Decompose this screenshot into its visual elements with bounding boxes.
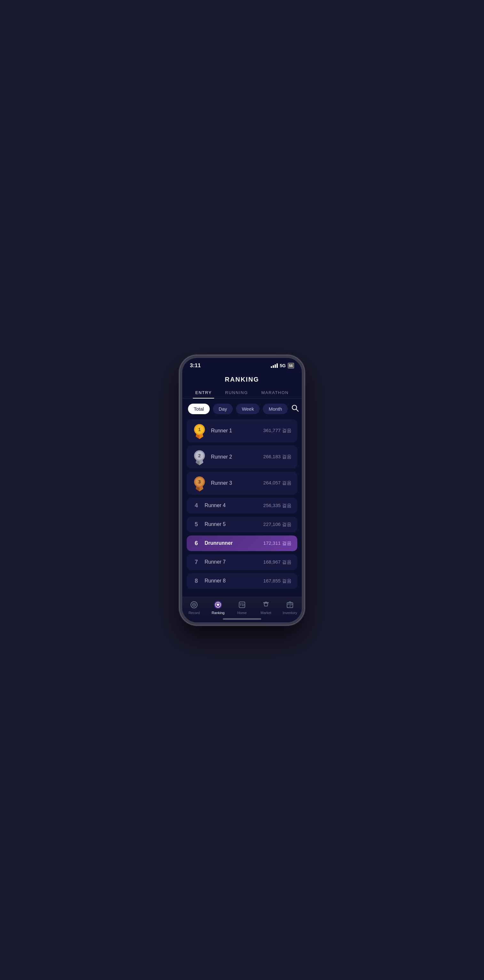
- runner-steps-5: 227,106 걸음: [264, 522, 292, 528]
- filter-total[interactable]: Total: [188, 404, 210, 414]
- runner-name-6: Drunrunner: [204, 540, 259, 546]
- home-bar: [223, 618, 261, 620]
- status-time: 3:11: [190, 363, 201, 369]
- tab-marathon[interactable]: MARATHON: [259, 387, 291, 398]
- phone-frame: 3:11 5G 56 RANKING ENTRY RUNN: [180, 355, 304, 625]
- nav-item-record[interactable]: Record: [182, 600, 206, 615]
- inventory-icon: [286, 600, 294, 609]
- svg-text:TD: TD: [240, 603, 244, 607]
- ranking-item-5: 5 Runner 5 227,106 걸음: [187, 517, 297, 532]
- search-button[interactable]: [291, 404, 299, 414]
- rank-number-6: 6: [192, 540, 200, 547]
- filter-week[interactable]: Week: [236, 404, 260, 414]
- runner-name-4: Runner 4: [204, 503, 259, 508]
- rank-number-8: 8: [192, 578, 200, 584]
- tab-running[interactable]: RUNNING: [222, 387, 250, 398]
- rank-number-5: 5: [192, 521, 200, 528]
- record-icon: [190, 600, 198, 609]
- runner-name-3: Runner 3: [211, 480, 259, 486]
- svg-text:1: 1: [198, 427, 201, 432]
- rank-number-7: 7: [192, 559, 200, 566]
- runner-name-8: Runner 8: [204, 578, 259, 584]
- rank-number-4: 4: [192, 502, 200, 509]
- medal-bronze-icon: 3: [192, 476, 206, 490]
- runner-name-2: Runner 2: [211, 454, 259, 460]
- svg-text:2: 2: [198, 453, 201, 458]
- runner-name-7: Runner 7: [204, 559, 259, 565]
- nav-label-inventory: Inventory: [283, 611, 297, 615]
- tab-entry[interactable]: ENTRY: [193, 387, 214, 398]
- signal-bars-icon: [271, 363, 278, 368]
- home-icon: TD: [238, 600, 246, 609]
- network-type: 5G: [280, 363, 286, 368]
- runner-steps-1: 361,777 걸음: [264, 428, 292, 434]
- nav-item-inventory[interactable]: Inventory: [278, 600, 302, 615]
- medal-gold-icon: 1: [192, 424, 206, 438]
- ranking-item-2: 2 Runner 2 266,183 걸음: [187, 445, 297, 468]
- runner-steps-7: 168,967 걸음: [264, 559, 292, 565]
- ranking-item-7: 7 Runner 7 168,967 걸음: [187, 554, 297, 570]
- nav-label-home: Home: [237, 611, 246, 615]
- nav-label-record: Record: [188, 611, 200, 615]
- ranking-list: 1 Runner 1 361,777 걸음 2: [182, 419, 302, 589]
- ranking-item-3: 3 Runner 3 264,057 걸음: [187, 472, 297, 495]
- runner-steps-6: 172,311 걸음: [264, 540, 292, 546]
- filter-month[interactable]: Month: [263, 404, 288, 414]
- svg-text:3: 3: [198, 479, 201, 484]
- filter-day[interactable]: Day: [213, 404, 233, 414]
- runner-name-5: Runner 5: [204, 522, 259, 527]
- screen: 3:11 5G 56 RANKING ENTRY RUNN: [182, 358, 302, 622]
- medal-silver-icon: 2: [192, 450, 206, 464]
- runner-steps-3: 264,057 걸음: [264, 480, 292, 486]
- svg-line-1: [296, 409, 299, 412]
- svg-rect-26: [287, 603, 293, 608]
- ranking-item-8: 8 Runner 8 167,855 걸음: [187, 573, 297, 589]
- runner-steps-4: 256,335 걸음: [264, 503, 292, 509]
- filter-row: Total Day Week Month: [182, 399, 302, 419]
- nav-label-ranking: Ranking: [212, 611, 224, 615]
- svg-point-19: [193, 604, 195, 605]
- nav-item-market[interactable]: Market: [254, 600, 278, 615]
- ranking-item-6: 6 Drunrunner 172,311 걸음: [187, 536, 297, 551]
- ranking-item-1: 1 Runner 1 361,777 걸음: [187, 419, 297, 442]
- category-tabs: ENTRY RUNNING MARATHON: [182, 387, 302, 399]
- runner-name-1: Runner 1: [211, 428, 259, 434]
- content-area: RANKING ENTRY RUNNING MARATHON Total: [182, 371, 302, 597]
- nav-item-ranking[interactable]: Ranking: [206, 600, 230, 615]
- page-title: RANKING: [182, 371, 302, 387]
- notch: [218, 358, 266, 367]
- battery-indicator: 56: [288, 363, 294, 369]
- ranking-icon: [214, 600, 222, 609]
- status-icons: 5G 56: [271, 363, 294, 369]
- runner-steps-2: 266,183 걸음: [264, 454, 292, 460]
- nav-item-home[interactable]: TD Home: [230, 600, 254, 615]
- nav-label-market: Market: [260, 611, 272, 615]
- ranking-item-4: 4 Runner 4 256,335 걸음: [187, 498, 297, 514]
- runner-steps-8: 167,855 걸음: [264, 578, 292, 584]
- market-icon: [262, 600, 270, 609]
